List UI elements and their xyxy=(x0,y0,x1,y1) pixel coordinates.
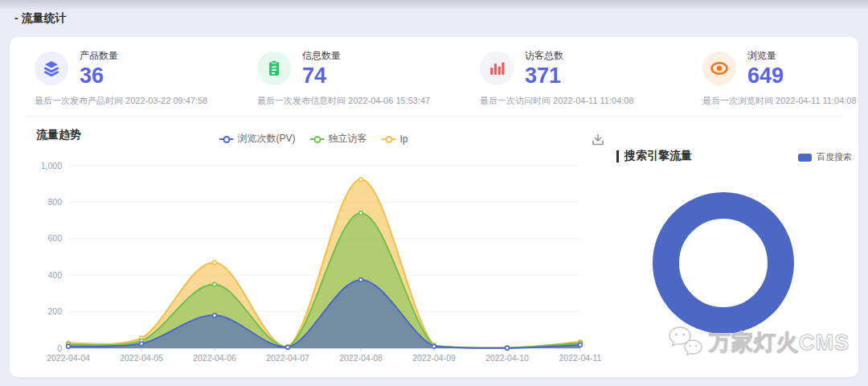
svg-text:2022-04-05: 2022-04-05 xyxy=(120,353,163,363)
stat-articles: 信息数量 74 最后一次发布信息时间 2022-04-06 15:53:47 xyxy=(257,49,476,107)
svg-text:800: 800 xyxy=(47,197,62,207)
layers-icon xyxy=(35,51,68,85)
section-divider xyxy=(26,116,842,117)
eye-icon xyxy=(702,51,736,85)
svg-text:2022-04-10: 2022-04-10 xyxy=(485,353,529,363)
wechat-icon xyxy=(667,325,704,360)
legend-item-baidu[interactable]: 百度搜索 xyxy=(798,151,852,163)
stat-subtitle: 最后一次浏览时间 2022-04-11 11:04:08 xyxy=(702,95,868,107)
legend-item-1[interactable]: 独立访客 xyxy=(309,132,366,146)
legend-label: 百度搜索 xyxy=(817,151,852,163)
search-engine-donut-chart xyxy=(647,187,800,339)
svg-text:1,000: 1,000 xyxy=(41,161,62,170)
legend-marker xyxy=(219,136,233,142)
svg-text:2022-04-08: 2022-04-08 xyxy=(339,353,383,363)
legend-label: 独立访客 xyxy=(328,132,366,146)
svg-text:600: 600 xyxy=(47,233,62,243)
title-accent-bar xyxy=(616,150,619,162)
page-title: - 流量统计 xyxy=(14,11,67,26)
stat-subtitle: 最后一次访问时间 2022-04-11 11:04:08 xyxy=(480,95,698,107)
stat-label: 信息数量 xyxy=(302,49,341,63)
traffic-trend-chart: 02004006008001,0002022-04-042022-04-0520… xyxy=(16,157,611,374)
svg-text:0: 0 xyxy=(57,343,62,353)
stat-products: 产品数量 36 最后一次发布产品时间 2022-03-22 09:47:58 xyxy=(35,49,253,107)
traffic-stats-page: - 流量统计 产品数量 36 最后一次发布产品时间 2022-03-22 09:… xyxy=(0,0,868,386)
svg-text:2022-04-09: 2022-04-09 xyxy=(412,353,456,363)
legend-marker xyxy=(309,136,324,142)
svg-text:400: 400 xyxy=(47,270,62,280)
trend-legend: 浏览次数(PV) 独立访客 Ip xyxy=(219,132,407,146)
legend-item-2[interactable]: Ip xyxy=(381,133,407,145)
stat-subtitle: 最后一次发布产品时间 2022-03-22 09:47:58 xyxy=(35,95,253,107)
stat-label: 产品数量 xyxy=(80,49,118,63)
svg-text:2022-04-06: 2022-04-06 xyxy=(193,353,236,363)
top-shadow xyxy=(0,0,868,11)
stat-label: 访客总数 xyxy=(525,49,563,63)
watermark: 万家灯火CMS xyxy=(667,325,850,360)
svg-text:2022-04-07: 2022-04-07 xyxy=(266,353,309,363)
stat-value: 74 xyxy=(302,64,341,87)
svg-text:2022-04-04: 2022-04-04 xyxy=(47,353,90,363)
stat-value: 649 xyxy=(747,64,784,87)
stat-visitors: 访客总数 371 最后一次访问时间 2022-04-11 11:04:08 xyxy=(480,49,698,107)
legend-label: 浏览次数(PV) xyxy=(237,132,295,146)
legend-swatch xyxy=(798,154,812,162)
stat-value: 36 xyxy=(80,64,118,87)
legend-label: Ip xyxy=(399,133,407,145)
stats-card: 产品数量 36 最后一次发布产品时间 2022-03-22 09:47:58 xyxy=(10,37,858,377)
clipboard-icon xyxy=(257,51,291,85)
svg-text:2022-04-11: 2022-04-11 xyxy=(559,353,602,363)
stat-pageviews: 浏览量 649 最后一次浏览时间 2022-04-11 11:04:08 xyxy=(702,49,868,107)
legend-item-0[interactable]: 浏览次数(PV) xyxy=(219,132,295,146)
download-icon[interactable] xyxy=(591,133,605,147)
svg-text:200: 200 xyxy=(47,306,62,316)
trend-chart-title: 流量趋势 xyxy=(36,128,81,142)
stat-label: 浏览量 xyxy=(747,49,784,63)
legend-marker xyxy=(381,136,395,142)
watermark-text: 万家灯火CMS xyxy=(709,328,850,357)
stat-subtitle: 最后一次发布信息时间 2022-04-06 15:53:47 xyxy=(257,95,476,107)
bar-chart-icon xyxy=(480,51,514,85)
stat-value: 371 xyxy=(525,64,563,87)
search-engine-panel-title: 搜索引擎流量 xyxy=(616,149,692,163)
